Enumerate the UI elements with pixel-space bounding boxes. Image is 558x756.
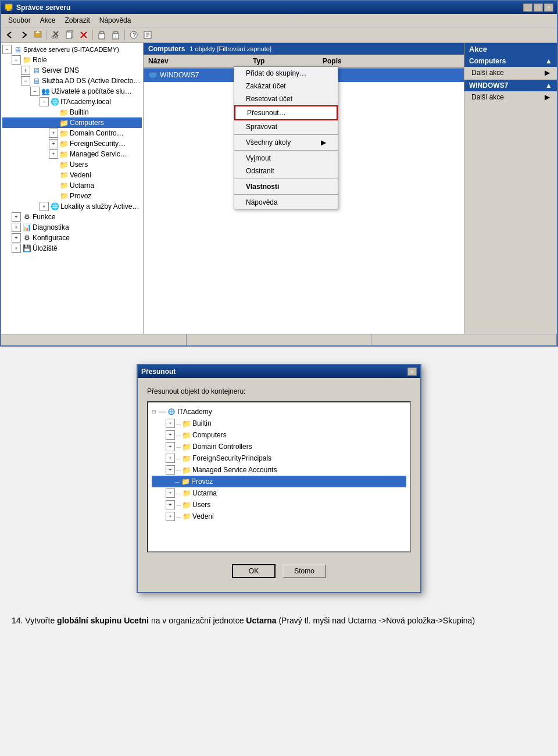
forward-button[interactable] — [17, 28, 30, 41]
ctx-odstranit[interactable]: Odstranit — [234, 165, 338, 177]
akce-header-windows7[interactable]: WINDOWS7 ▲ — [464, 80, 557, 91]
dtree-itacademy[interactable]: ⊟ — ITAcademy — [152, 406, 406, 418]
dc-dialog-icon: 📁 — [182, 442, 191, 451]
dtree-users[interactable]: + — 📁 Users — [152, 499, 406, 511]
close-button[interactable]: × — [544, 3, 553, 12]
copy-button[interactable] — [63, 28, 76, 41]
cancel-button[interactable]: Stomo — [282, 564, 326, 578]
dialog-close-button[interactable]: × — [407, 368, 417, 376]
dtree-dc[interactable]: + — 📁 Domain Controllers — [152, 441, 406, 452]
ctx-napoveda[interactable]: Nápověda — [234, 196, 338, 209]
expand-computers-dialog[interactable]: + — [166, 430, 175, 440]
tree-root[interactable]: − 🖥 Správce serveru (S-ITACADEMY) — [2, 44, 142, 55]
tree-item-users[interactable]: 📁 Users — [2, 159, 142, 170]
instruction-bold1: globální skupinu Ucetni — [57, 616, 149, 625]
ctx-vsechny[interactable]: Všechny úkoly ▶ — [234, 136, 338, 149]
ctx-vlastnosti[interactable]: Vlastnosti — [234, 180, 338, 193]
expand-foreign[interactable]: + — [49, 139, 58, 148]
help-button[interactable]: ? — [127, 28, 140, 41]
menu-akce[interactable]: Akce — [35, 15, 60, 26]
expand-dc-dialog[interactable]: + — [166, 442, 175, 451]
ctx-zakazat[interactable]: Zakázat účet — [234, 80, 338, 92]
app-icon — [5, 3, 13, 12]
expand-role[interactable]: − — [12, 55, 21, 65]
ctx-presunout[interactable]: Přesunout… — [234, 105, 338, 120]
dtree-vedeni[interactable]: + — 📁 Vedeni — [152, 511, 406, 522]
expand-managed-dialog[interactable]: + — [166, 465, 175, 475]
expand-funkce[interactable]: + — [12, 212, 21, 222]
tree-item-adds[interactable]: − 🖥 Služba AD DS (Active Directo… — [2, 76, 142, 86]
tree-panel[interactable]: − 🖥 Správce serveru (S-ITACADEMY) − 📁 Ro… — [1, 43, 144, 334]
tree-item-foreign[interactable]: + 📁 ForeignSecurity… — [2, 138, 142, 149]
tree-item-vedeni[interactable]: 📁 Vedeni — [2, 170, 142, 180]
paste-button[interactable] — [95, 28, 108, 41]
tree-item-computers[interactable]: 📁 Computers — [2, 117, 142, 128]
expand-vedeni-dialog[interactable]: + — [166, 512, 175, 521]
paste2-button[interactable]: + — [109, 28, 122, 41]
tree-item-dns[interactable]: + 🖥 Server DNS — [2, 65, 142, 76]
tree-item-funkce[interactable]: + ⚙ Funkce — [2, 212, 142, 222]
cut-button[interactable] — [49, 28, 62, 41]
expand-managed[interactable]: + — [49, 149, 58, 159]
col-type[interactable]: Typ — [248, 56, 318, 66]
akce-header-computers[interactable]: Computers ▲ — [464, 55, 557, 67]
maximize-button[interactable]: □ — [534, 3, 543, 12]
back-button[interactable] — [3, 28, 16, 41]
expand-root[interactable]: − — [2, 45, 12, 54]
dtree-foreign[interactable]: + — 📁 ForeignSecurityPrincipals — [152, 452, 406, 464]
report-button[interactable] — [141, 28, 154, 41]
expand-dns[interactable]: + — [21, 66, 30, 75]
tree-item-uloziste[interactable]: + 💾 Úložiště — [2, 243, 142, 254]
expand-users-dialog[interactable]: + — [166, 500, 175, 509]
expand-foreign-dialog[interactable]: + — [166, 454, 175, 463]
svg-point-8 — [55, 36, 58, 38]
expand-users-comp[interactable]: − — [30, 87, 40, 96]
dtree-builtin[interactable]: + — 📁 Builtin — [152, 418, 406, 429]
ctx-pridat[interactable]: Přidat do skupiny… — [234, 67, 338, 80]
akce-section-windows7: WINDOWS7 ▲ Další akce ▶ — [464, 80, 557, 103]
expand-adds[interactable]: − — [21, 76, 30, 85]
line-computers: — — [176, 433, 181, 438]
tree-item-provoz[interactable]: 📁 Provoz — [2, 191, 142, 201]
dtree-computers[interactable]: + — 📁 Computers — [152, 429, 406, 441]
minimize-button[interactable]: _ — [523, 3, 532, 12]
menu-napoveda[interactable]: Nápověda — [95, 15, 136, 26]
tree-item-lokality[interactable]: + 🌐 Lokality a služby Active… — [2, 201, 142, 212]
tree-item-uctarna[interactable]: 📁 Uctarna — [2, 180, 142, 191]
expand-itacademy[interactable]: − — [40, 97, 49, 106]
ctx-spravovat[interactable]: Spravovat — [234, 120, 338, 133]
dtree-uctarna[interactable]: + — 📁 Uctarna — [152, 487, 406, 499]
menu-soubor[interactable]: Soubor — [3, 15, 35, 26]
expand-konfigurace[interactable]: + — [12, 233, 21, 243]
ctx-vyjmout[interactable]: Vyjmout — [234, 152, 338, 165]
expand-uloziste[interactable]: + — [12, 244, 21, 253]
dtree-managed[interactable]: + — 📁 Managed Service Accounts — [152, 464, 406, 476]
col-name[interactable]: Název — [144, 56, 248, 66]
akce-dalsi-computers[interactable]: Další akce ▶ — [464, 67, 557, 79]
ok-button[interactable]: OK — [232, 564, 276, 578]
tree-item-diagnostika[interactable]: + 📊 Diagnostika — [2, 222, 142, 233]
tree-item-itacademy[interactable]: − 🌐 ITAcademy.local — [2, 97, 142, 107]
content-area: − 🖥 Správce serveru (S-ITACADEMY) − 📁 Ro… — [1, 43, 557, 334]
tree-item-builtin[interactable]: 📁 Builtin — [2, 107, 142, 117]
expand-uctarna-dialog[interactable]: + — [166, 488, 175, 498]
akce-dalsi-windows7[interactable]: Další akce ▶ — [464, 91, 557, 103]
tree-item-users-comp[interactable]: − 👥 Uživatelé a počítače slu… — [2, 86, 142, 97]
tree-item-konfigurace[interactable]: + ⚙ Konfigurace — [2, 233, 142, 243]
delete-button[interactable] — [77, 28, 90, 41]
tree-item-managed[interactable]: + 📁 Managed Servic… — [2, 149, 142, 159]
tree-item-dc[interactable]: + 📁 Domain Contro… — [2, 128, 142, 138]
konfigurace-icon: ⚙ — [22, 233, 31, 243]
col-desc[interactable]: Popis — [318, 56, 464, 66]
dialog-tree-box[interactable]: ⊟ — ITAcademy + — — [147, 401, 411, 552]
dtree-provoz[interactable]: — 📁 Provoz — [152, 476, 406, 487]
expand-dc[interactable]: + — [49, 129, 58, 138]
expand-lokality[interactable]: + — [40, 202, 49, 211]
tree-item-role[interactable]: − 📁 Role — [2, 55, 142, 65]
expand-builtin-dialog[interactable]: + — [166, 419, 175, 428]
menu-zobrazit[interactable]: Zobrazit — [60, 15, 94, 26]
ctx-resetovat[interactable]: Resetovat účet — [234, 92, 338, 105]
builtin-icon: 📁 — [59, 108, 69, 117]
expand-diagnostika[interactable]: + — [12, 223, 21, 232]
up-button[interactable] — [31, 28, 44, 41]
